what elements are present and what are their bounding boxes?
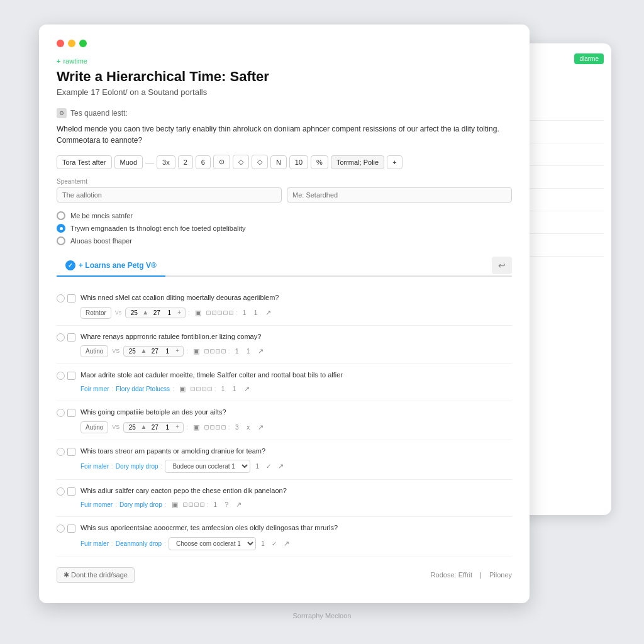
q7-checkbox-area [57,523,75,533]
q1-num2: 27 [151,309,162,316]
q2-n2: 1 [244,348,253,355]
q7-radio[interactable] [57,525,65,533]
speaker-left-input[interactable] [57,187,282,203]
toolbar-plus[interactable]: + [387,155,402,169]
q1-vs: Vs [115,309,122,316]
q1-check[interactable] [67,294,75,303]
q7-secondary[interactable]: Deanmonly drop [116,540,162,547]
q6-n1: 1 [211,501,219,508]
toolbar-muod[interactable]: Muod [114,155,143,169]
top-link[interactable]: rawtime [57,57,512,65]
q6-dot-2 [189,502,193,507]
q2-add[interactable]: + [174,348,180,354]
q2-icon1[interactable]: ▣ [191,346,202,357]
q3-check[interactable] [67,372,75,380]
q4-add[interactable]: + [174,424,180,430]
question-item-6: Whis adiur saltfer cary eacton pepo the … [57,480,512,517]
q3-radio[interactable] [57,372,65,380]
q4-ctrl-btn[interactable]: Autino [80,421,108,433]
toolbar-percent[interactable]: % [311,155,328,169]
q5-select[interactable]: Budece oun coclerat 1 [165,460,250,473]
radio-circle-2[interactable] [57,224,65,233]
q1-add[interactable]: + [176,309,182,316]
q6-check[interactable] [67,487,75,496]
q3-sep2: : [172,386,174,392]
toolbar-2[interactable]: 2 [178,155,193,169]
toolbar-tora[interactable]: Tora Test after [57,155,112,169]
q2-arrow[interactable]: ↗ [255,346,266,357]
footer-right-link[interactable]: Piloney [489,571,512,579]
q1-arrow[interactable]: ↗ [263,308,274,318]
q2-ctrl-btn[interactable]: Autino [80,345,108,357]
toolbar-6[interactable]: 6 [196,155,211,169]
q5-n1: 1 [253,463,262,470]
footer-sep: | [480,571,482,579]
q5-radio[interactable] [57,448,65,456]
q4-arrow[interactable]: ↗ [255,422,266,433]
toolbar-circle[interactable]: ⊙ [213,155,230,169]
q3-arrow[interactable]: ↗ [242,384,252,394]
q6-radio[interactable] [57,487,65,496]
q4-up[interactable]: ▲ [139,424,148,430]
tab-row: ✓ + Loarns ane Petg V® ↩ [57,255,512,277]
q5-arrow[interactable]: ↗ [275,461,286,472]
maximize-button[interactable] [79,40,87,47]
q2-up[interactable]: ▲ [139,348,148,354]
q3-secondary[interactable]: Flory ddar Ptolucss [116,386,170,392]
toolbar-diamond1[interactable]: ◇ [233,155,249,169]
q1-content: Whis nned sMel cat ccalion dliting moert… [80,293,512,318]
radio-option-3[interactable]: Aluoas boost fhaper [57,236,512,245]
green-button[interactable]: dlarme [574,53,604,64]
q4-check[interactable] [67,409,75,417]
q6-content: Whis adiur saltfer cary eacton pepo the … [80,486,512,510]
tab-arrow-icon[interactable]: ↩ [492,257,512,274]
toolbar-n[interactable]: N [270,155,287,169]
q4-radio[interactable] [57,409,65,417]
toolbar-diamond2[interactable]: ◇ [252,155,268,169]
q2-radio[interactable] [57,333,65,341]
q1-icon1[interactable]: ▣ [192,308,204,318]
q1-ctrl-btn[interactable]: Rotntor [80,307,111,319]
watermark: Sorrraphy Mecloon [39,612,605,619]
q4-icon1[interactable]: ▣ [191,422,202,433]
section-header: ⚙ Tes quaend lestt: [57,108,512,118]
q2-dots [204,349,226,353]
radio-option-1[interactable]: Me be mncis satnfer [57,211,512,220]
add-page-button[interactable]: ✱ Dont the drid/sage [57,567,135,583]
page-title: Write a Hierarchical Time: Safter [57,69,512,85]
toolbar-format[interactable]: Torrmal; Polie [331,155,384,169]
q1-radio[interactable] [57,294,65,303]
toolbar-3x[interactable]: 3x [157,155,175,169]
q1-up[interactable]: ▲ [141,309,150,316]
toolbar-10[interactable]: 10 [289,155,308,169]
q6-arrow[interactable]: ↗ [233,499,244,510]
radio-option-2[interactable]: Trywn emgnaaden ts thnologt ench foe toe… [57,224,512,233]
q7-select[interactable]: Choose com ooclerat 1 [169,537,256,550]
q6-sep3: : [207,501,209,508]
q5-check[interactable] [67,448,75,456]
minimize-button[interactable] [68,40,75,47]
q3-icon1[interactable]: ▣ [177,384,188,394]
q5-sep2: : [161,463,163,470]
radio-circle-1[interactable] [57,211,65,220]
footer-left-link[interactable]: Rodose: Effrit [431,571,472,579]
q3-dot-3 [202,387,206,391]
q6-icon1[interactable]: ▣ [169,499,180,510]
q5-secondary[interactable]: Dory mply drop [116,463,158,470]
speaker-right-input[interactable] [287,187,512,203]
q3-text: Maor adrite stole aot caduler moeitte, t… [80,370,512,380]
q7-content: Whis sus aporieentsiae aooocrmer, tes am… [80,523,512,550]
q3-sep1: : [112,386,114,392]
q4-content: Whis going cmpatiiie betoiple an des you… [80,408,512,433]
close-button[interactable] [57,40,64,47]
q4-n2: x [244,424,253,431]
q6-secondary[interactable]: Dory mply drop [119,501,162,508]
q7-check[interactable] [67,525,75,533]
radio-circle-3[interactable] [57,236,65,245]
q2-text: Whare renays apprronric ratulee fontibli… [80,332,512,341]
question-list: Whis nned sMel cat ccalion dliting moert… [57,287,512,557]
q1-dot-3 [218,311,222,315]
q7-arrow[interactable]: ↗ [281,538,292,549]
q2-check[interactable] [67,333,75,341]
tab-active[interactable]: ✓ + Loarns ane Petg V® [57,255,165,277]
